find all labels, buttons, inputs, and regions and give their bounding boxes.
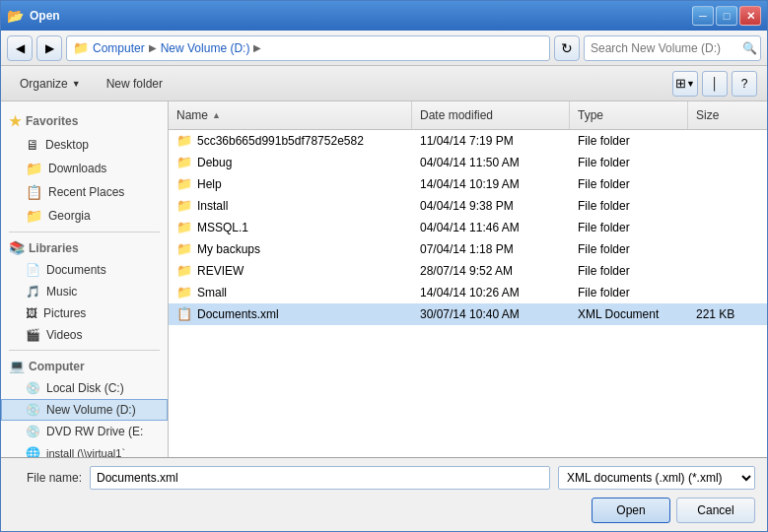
file-date: 07/04/14 1:18 PM	[420, 242, 514, 256]
new-volume-d-icon: 💿	[26, 403, 40, 417]
organize-button[interactable]: Organize ▼	[11, 71, 90, 97]
file-type: File folder	[578, 177, 630, 191]
sidebar-item-georgia[interactable]: 📁 Georgia	[1, 204, 168, 228]
sidebar-item-videos[interactable]: 🎬 Videos	[1, 324, 168, 346]
search-input[interactable]	[591, 41, 738, 55]
sidebar-item-georgia-label: Georgia	[48, 209, 91, 223]
filename-input[interactable]	[90, 466, 550, 490]
file-date-cell: 14/04/14 10:19 AM	[412, 173, 570, 194]
file-size-cell: 221 KB	[688, 303, 767, 324]
file-type: File folder	[578, 156, 630, 169]
file-size-cell	[688, 152, 767, 172]
window-controls: ─ □ ✕	[692, 6, 761, 26]
search-icon: 🔍	[742, 41, 757, 55]
sidebar-item-recent-places[interactable]: 📋 Recent Places	[1, 180, 168, 204]
folder-icon: 📁	[176, 285, 192, 299]
file-size-cell	[688, 195, 767, 216]
file-date-cell: 28/07/14 9:52 AM	[412, 260, 570, 281]
table-row[interactable]: 📁 Help 14/04/14 10:19 AM File folder	[169, 173, 767, 195]
file-date-cell: 11/04/14 7:19 PM	[412, 130, 570, 151]
col-header-date[interactable]: Date modified	[412, 101, 570, 129]
sidebar-item-documents[interactable]: 📄 Documents	[1, 259, 168, 281]
file-name: My backups	[197, 242, 260, 256]
view-mode-button[interactable]: ⊞ ▼	[672, 71, 698, 97]
new-folder-button[interactable]: New folder	[98, 71, 172, 97]
refresh-button[interactable]: ↻	[554, 35, 580, 61]
file-type: File folder	[578, 242, 630, 256]
forward-button[interactable]: ▶	[36, 35, 62, 61]
file-type: File folder	[578, 221, 630, 234]
close-button[interactable]: ✕	[739, 6, 761, 26]
cancel-button[interactable]: Cancel	[676, 498, 755, 523]
minimize-button[interactable]: ─	[692, 6, 714, 26]
install-virtual-icon: 🌐	[26, 446, 40, 457]
sidebar-item-desktop[interactable]: 🖥 Desktop	[1, 133, 168, 157]
maximize-button[interactable]: □	[716, 6, 737, 26]
sidebar-item-local-disk-c-label: Local Disk (C:)	[46, 381, 124, 395]
computer-label: Computer	[29, 360, 85, 373]
folder-icon: 📁	[176, 198, 192, 213]
table-row[interactable]: 📁 5cc36b665d991b5df78752e582 11/04/14 7:…	[169, 130, 767, 152]
table-row[interactable]: 📁 Small 14/04/14 10:26 AM File folder	[169, 282, 767, 303]
file-date-cell: 04/04/14 9:38 PM	[412, 195, 570, 216]
computer-icon: 💻	[9, 359, 25, 373]
file-name: MSSQL.1	[197, 221, 248, 234]
file-name-cell: 📁 REVIEW	[169, 260, 412, 281]
folder-icon: 📁	[176, 176, 192, 191]
file-name-cell: 📁 5cc36b665d991b5df78752e582	[169, 130, 412, 151]
file-list: 📁 5cc36b665d991b5df78752e582 11/04/14 7:…	[169, 130, 767, 457]
window-title: Open	[30, 9, 60, 23]
breadcrumb-part2[interactable]: New Volume (D:)	[161, 41, 250, 55]
help-button[interactable]: ?	[732, 71, 757, 97]
col-header-size[interactable]: Size	[688, 101, 767, 129]
back-button[interactable]: ◀	[7, 35, 33, 61]
file-type: XML Document	[578, 307, 659, 321]
favorites-label: Favorites	[26, 114, 78, 128]
table-row[interactable]: 📁 Debug 04/04/14 11:50 AM File folder	[169, 152, 767, 173]
table-row[interactable]: 📁 My backups 07/04/14 1:18 PM File folde…	[169, 238, 767, 260]
filetype-select[interactable]: XML documents (.xml) (*.xml)	[558, 466, 755, 490]
file-type-cell: File folder	[570, 130, 688, 151]
videos-icon: 🎬	[26, 328, 40, 342]
preview-pane-button[interactable]: │	[702, 71, 728, 97]
open-dialog: 📂 Open ─ □ ✕ ◀ ▶ 📁 Computer ▶ New Volume…	[0, 0, 768, 532]
file-name: Small	[197, 286, 227, 299]
breadcrumb[interactable]: 📁 Computer ▶ New Volume (D:) ▶	[66, 35, 550, 61]
file-name: REVIEW	[197, 264, 244, 278]
sidebar-item-install-virtual[interactable]: 🌐 install (\\virtual1`	[1, 442, 168, 457]
open-button[interactable]: Open	[592, 498, 670, 523]
file-date-cell: 04/04/14 11:50 AM	[412, 152, 570, 172]
file-date: 30/07/14 10:40 AM	[420, 307, 520, 321]
sidebar-item-local-disk-c[interactable]: 💿 Local Disk (C:)	[1, 377, 168, 399]
sidebar-item-new-volume-d[interactable]: 💿 New Volume (D:)	[1, 399, 168, 421]
sidebar-item-desktop-label: Desktop	[45, 138, 89, 152]
computer-section: 💻 Computer 💿 Local Disk (C:) 💿 New Volum…	[1, 355, 168, 457]
file-name: Documents.xml	[197, 307, 279, 321]
file-size-cell	[688, 260, 767, 281]
file-date-cell: 07/04/14 1:18 PM	[412, 238, 570, 259]
file-type-cell: File folder	[570, 195, 688, 216]
table-row[interactable]: 📁 Install 04/04/14 9:38 PM File folder	[169, 195, 767, 217]
table-row[interactable]: 📁 MSSQL.1 04/04/14 11:46 AM File folder	[169, 217, 767, 238]
col-header-type[interactable]: Type	[570, 101, 688, 129]
sidebar-item-music-label: Music	[46, 285, 77, 299]
sidebar-item-dvd-rw-e[interactable]: 💿 DVD RW Drive (E:	[1, 421, 168, 442]
col-header-name[interactable]: Name ▲	[169, 101, 412, 129]
sidebar-item-pictures[interactable]: 🖼 Pictures	[1, 302, 168, 324]
toolbar-right: ⊞ ▼ │ ?	[672, 71, 757, 97]
file-name: 5cc36b665d991b5df78752e582	[197, 134, 364, 148]
search-bar[interactable]: 🔍	[584, 35, 761, 61]
sidebar-item-music[interactable]: 🎵 Music	[1, 281, 168, 302]
file-date: 28/07/14 9:52 AM	[420, 264, 513, 278]
file-type: File folder	[578, 286, 630, 299]
sidebar-item-dvd-rw-e-label: DVD RW Drive (E:	[46, 425, 143, 438]
table-row[interactable]: 📋 Documents.xml 30/07/14 10:40 AM XML Do…	[169, 303, 767, 325]
nav-bar: ◀ ▶ 📁 Computer ▶ New Volume (D:) ▶ ↻ 🔍	[1, 31, 767, 66]
file-name: Help	[197, 177, 222, 191]
table-row[interactable]: 📁 REVIEW 28/07/14 9:52 AM File folder	[169, 260, 767, 282]
cancel-label: Cancel	[697, 503, 733, 517]
file-type-cell: File folder	[570, 282, 688, 302]
breadcrumb-part1[interactable]: Computer	[93, 41, 145, 55]
sidebar-item-downloads[interactable]: 📁 Downloads	[1, 157, 168, 180]
desktop-icon: 🖥	[26, 137, 39, 153]
